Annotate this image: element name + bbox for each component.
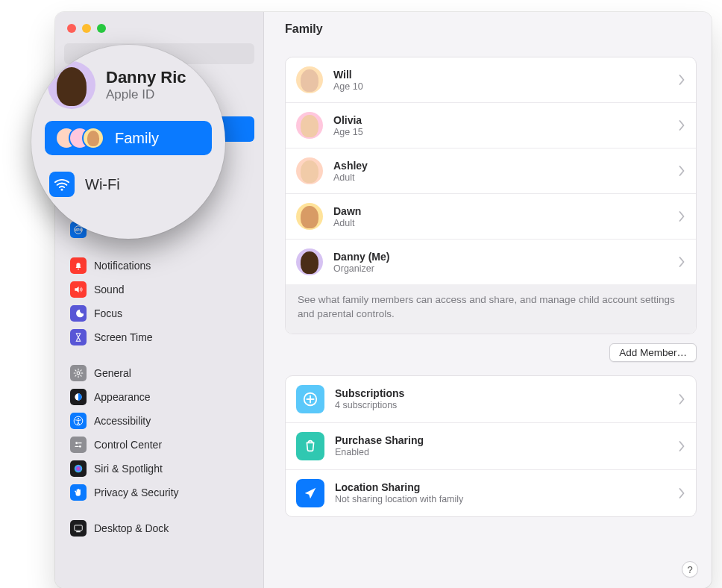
mag-sidebar-item-wifi[interactable]: Wi-Fi (45, 167, 212, 201)
sidebar-item-general[interactable]: General (64, 361, 254, 385)
member-avatar (296, 112, 323, 139)
sharing-name: Location Sharing (335, 481, 668, 493)
mag-wifi-label: Wi-Fi (85, 176, 120, 193)
family-member-row[interactable]: WillAge 10 (286, 57, 696, 103)
member-avatar (296, 248, 323, 275)
sidebar-item-label: Appearance (94, 391, 151, 403)
sidebar-item-privacy-security[interactable]: Privacy & Security (64, 481, 254, 504)
chevron-right-icon (679, 120, 685, 131)
sharing-subtitle: Not sharing location with family (335, 494, 668, 504)
sharing-row-purchase-sharing[interactable]: Purchase SharingEnabled (286, 423, 696, 470)
member-avatar (296, 157, 323, 184)
add-member-button[interactable]: Add Member… (609, 343, 697, 362)
sidebar-item-label: Screen Time (94, 331, 153, 343)
hand-icon (70, 484, 87, 501)
sharing-card: Subscriptions4 subscriptionsPurchase Sha… (285, 375, 697, 517)
family-members-card: WillAge 10OliviaAge 15AshleyAdultDawnAdu… (285, 57, 697, 334)
sidebar-item-label: Focus (94, 307, 122, 319)
main-content: Family WillAge 10OliviaAge 15AshleyAdult… (264, 12, 712, 588)
sidebar-item-notifications[interactable]: Notifications (64, 254, 254, 278)
mag-family-label: Family (115, 130, 159, 147)
chevron-right-icon (679, 166, 685, 176)
wifi-icon (49, 172, 75, 197)
accessibility-icon (70, 413, 87, 429)
chevron-right-icon (679, 394, 685, 404)
chevron-right-icon (679, 211, 685, 222)
sidebar-item-label: Desktop & Dock (94, 522, 169, 534)
member-subtitle: Age 10 (333, 81, 668, 92)
family-member-row[interactable]: OliviaAge 15 (286, 103, 696, 148)
sharing-name: Subscriptions (335, 387, 668, 399)
member-avatar (296, 66, 323, 93)
sidebar-item-label: Accessibility (94, 415, 151, 427)
sidebar-item-desktop-dock[interactable]: Desktop & Dock (64, 516, 254, 540)
zoom-window-button[interactable] (97, 24, 106, 33)
chevron-right-icon (679, 441, 685, 451)
sidebar-item-label: Siri & Spotlight (94, 463, 163, 475)
mag-apple-id-account[interactable]: Danny Ric Apple ID (45, 58, 212, 119)
member-name: Ashley (333, 160, 668, 172)
member-subtitle: Adult (333, 218, 668, 228)
sound-icon (70, 281, 87, 298)
member-avatar (296, 203, 323, 230)
sidebar-item-label: Privacy & Security (94, 487, 179, 498)
focus-icon (70, 305, 87, 322)
close-window-button[interactable] (67, 24, 76, 33)
bell-icon (70, 257, 87, 274)
appearance-icon (70, 389, 87, 405)
family-member-row[interactable]: DawnAdult (286, 194, 696, 240)
window-controls (64, 19, 254, 43)
member-name: Will (333, 69, 668, 81)
sidebar-item-focus[interactable]: Focus (64, 301, 254, 325)
mag-sidebar-item-family[interactable]: Family (45, 121, 212, 155)
chevron-right-icon (679, 257, 685, 267)
page-title: Family (285, 22, 697, 36)
sidebar-item-label: Control Center (94, 439, 162, 451)
sharing-row-subscriptions[interactable]: Subscriptions4 subscriptions (286, 376, 696, 423)
member-name: Olivia (333, 114, 668, 126)
hourglass-icon (70, 329, 87, 345)
chevron-right-icon (679, 488, 685, 498)
dock-icon (70, 520, 87, 537)
sidebar-item-label: General (94, 367, 131, 379)
mag-family-stack-icon (55, 127, 104, 149)
sharing-subtitle: Enabled (335, 447, 668, 457)
family-footer-text: See what family members can access and s… (286, 284, 696, 334)
member-subtitle: Adult (333, 172, 668, 183)
sidebar-item-label: Notifications (94, 260, 151, 272)
family-member-row[interactable]: Danny (Me)Organizer (286, 240, 696, 284)
sharing-name: Purchase Sharing (335, 434, 668, 446)
member-subtitle: Age 15 (333, 127, 668, 137)
sidebar-item-sound[interactable]: Sound (64, 278, 254, 301)
sidebar-item-appearance[interactable]: Appearance (64, 385, 254, 409)
subs-icon (296, 385, 324, 413)
controls-icon (70, 437, 87, 453)
sidebar-item-label: Sound (94, 284, 124, 295)
gear-icon (70, 365, 87, 381)
sharing-subtitle: 4 subscriptions (335, 400, 668, 410)
siri-icon (70, 460, 87, 477)
help-button[interactable]: ? (682, 561, 698, 578)
member-name: Dawn (333, 205, 668, 217)
sidebar-item-siri-spotlight[interactable]: Siri & Spotlight (64, 457, 254, 481)
sidebar-item-control-center[interactable]: Control Center (64, 433, 254, 457)
family-member-row[interactable]: AshleyAdult (286, 148, 696, 194)
sharing-row-location-sharing[interactable]: Location SharingNot sharing location wit… (286, 470, 696, 516)
mag-account-name: Danny Ric (106, 68, 186, 87)
minimize-window-button[interactable] (82, 24, 91, 33)
chevron-right-icon (679, 75, 685, 85)
member-name: Danny (Me) (333, 251, 668, 263)
sidebar-item-screen-time[interactable]: Screen Time (64, 325, 254, 349)
purchase-icon (296, 432, 324, 460)
mag-account-subtitle: Apple ID (106, 87, 186, 102)
magnifier-overlay: Danny Ric Apple ID Family Wi-Fi (31, 45, 225, 239)
location-icon (296, 479, 324, 507)
member-subtitle: Organizer (333, 263, 668, 274)
sidebar-item-accessibility[interactable]: Accessibility (64, 409, 254, 433)
